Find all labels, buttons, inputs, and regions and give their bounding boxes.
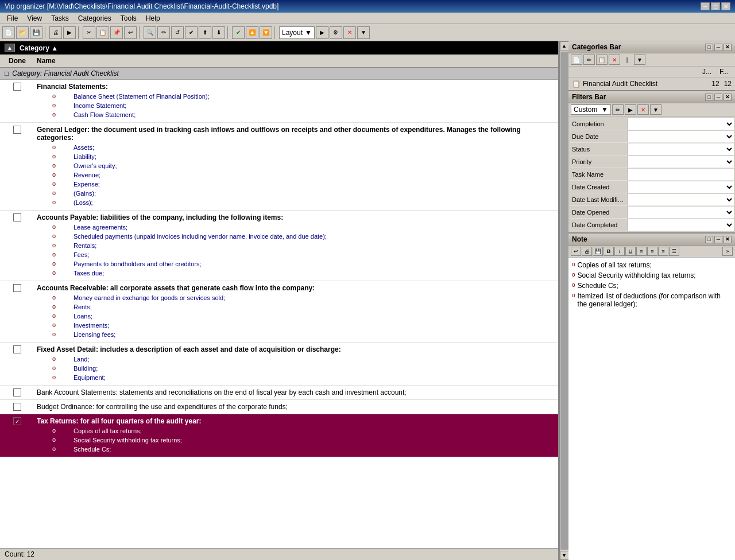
filter-priority-select[interactable] <box>628 156 734 168</box>
cat-more-btn[interactable]: ▼ <box>634 55 645 65</box>
done-cell[interactable] <box>0 344 34 353</box>
task-checkbox[interactable] <box>13 126 21 134</box>
filter-more-btn[interactable]: ▼ <box>650 104 662 115</box>
scroll-up[interactable]: ▲ <box>560 41 569 50</box>
filter-duedate-select[interactable] <box>628 131 734 142</box>
note-btn-save[interactable]: 💾 <box>593 247 603 256</box>
task-checkbox[interactable] <box>13 403 21 411</box>
layout-btn2[interactable]: ⚙ <box>330 26 342 39</box>
filter-dateopened-combo[interactable] <box>627 207 734 218</box>
btn3[interactable]: 🔍 <box>144 26 156 39</box>
menu-categories[interactable]: Categories <box>74 13 116 24</box>
cat-list-item[interactable]: 📋 Financial Audit Checklist 12 12 <box>570 79 734 89</box>
filter-datecreated-select[interactable] <box>628 181 734 193</box>
btn8[interactable]: ⬇ <box>212 26 225 39</box>
filter-completion-select[interactable] <box>628 118 734 130</box>
filter-status-combo[interactable] <box>627 143 734 155</box>
note-btn-undo[interactable]: ↩ <box>571 247 581 256</box>
note-close-button[interactable]: ✕ <box>724 236 732 243</box>
cat-edit-btn[interactable]: ✏ <box>583 55 595 65</box>
note-expand-btn[interactable]: » <box>722 247 733 256</box>
note-btn-list[interactable]: ☰ <box>669 247 679 256</box>
layout-btn4[interactable]: ▼ <box>357 26 370 39</box>
menu-file[interactable]: File <box>2 13 22 24</box>
task-checkbox[interactable] <box>13 417 21 425</box>
done-cell[interactable] <box>0 283 34 292</box>
print-button[interactable]: 🖨 <box>49 26 62 39</box>
filter-completion-combo[interactable] <box>627 118 734 130</box>
category-sort-icon[interactable]: ▲ <box>5 44 15 52</box>
menu-help[interactable]: Help <box>141 13 165 24</box>
arrow-up-button[interactable]: 🔼 <box>246 26 258 39</box>
note-btn-alignc[interactable]: ≡ <box>647 247 657 256</box>
filter-datelastmod-combo[interactable] <box>627 194 734 205</box>
note-btn-underline[interactable]: U <box>625 247 636 256</box>
note-minimize-button[interactable]: ─ <box>714 236 722 243</box>
scroll-thumb[interactable] <box>560 52 568 550</box>
filter-datecreated-combo[interactable] <box>627 181 734 193</box>
filter-dateopened-select[interactable] <box>628 207 734 218</box>
filter-duedate-combo[interactable] <box>627 131 734 142</box>
open-button[interactable]: 📂 <box>16 26 29 39</box>
done-cell[interactable] <box>0 125 34 134</box>
menu-tools[interactable]: Tools <box>116 13 141 24</box>
menu-view[interactable]: View <box>22 13 47 24</box>
filter-priority-combo[interactable] <box>627 156 734 168</box>
note-btn-print[interactable]: 🖨 <box>582 247 592 256</box>
cat-close-button[interactable]: ✕ <box>724 44 732 51</box>
minimize-button[interactable]: ─ <box>701 2 710 10</box>
note-restore-button[interactable]: □ <box>705 236 713 243</box>
note-btn-bold[interactable]: B <box>604 247 614 256</box>
filter-minimize-button[interactable]: ─ <box>714 94 722 101</box>
btn4[interactable]: ✏ <box>157 26 170 39</box>
done-cell[interactable] <box>0 81 34 91</box>
maximize-button[interactable]: □ <box>711 2 720 10</box>
filters-controls[interactable]: □ ─ ✕ <box>705 94 732 101</box>
filter-close-button[interactable]: ✕ <box>724 94 732 101</box>
task-checkbox[interactable] <box>13 345 21 353</box>
done-cell[interactable] <box>0 387 34 396</box>
categories-controls[interactable]: □ ─ ✕ <box>705 44 732 51</box>
task-checkbox[interactable] <box>13 83 21 91</box>
left-scrollbar[interactable]: ▲ ▼ <box>559 41 568 560</box>
undo-button[interactable]: ↩ <box>124 26 137 39</box>
cat-restore-button[interactable]: □ <box>705 44 713 51</box>
done-cell[interactable] <box>0 402 34 411</box>
btn5[interactable]: ↺ <box>171 26 184 39</box>
cat-new-btn[interactable]: 📄 <box>571 55 582 65</box>
task-checkbox[interactable] <box>13 388 21 396</box>
note-btn-alignr[interactable]: ≡ <box>658 247 668 256</box>
arrow-down-button[interactable]: 🔽 <box>260 26 272 39</box>
task-checkbox[interactable] <box>13 213 21 221</box>
btn6[interactable]: ✔ <box>185 26 198 39</box>
btn7[interactable]: ⬆ <box>199 26 211 39</box>
cat-minimize-button[interactable]: ─ <box>714 44 722 51</box>
cat-copy-btn[interactable]: 📋 <box>596 55 608 65</box>
menu-tasks[interactable]: Tasks <box>47 13 74 24</box>
save-button[interactable]: 💾 <box>30 26 42 39</box>
copy-button[interactable]: 📋 <box>96 26 109 39</box>
paste-button[interactable]: 📌 <box>110 26 123 39</box>
note-btn-italic[interactable]: I <box>614 247 625 256</box>
task-checkbox[interactable] <box>13 284 21 292</box>
filter-status-select[interactable] <box>628 143 734 155</box>
cat-delete-btn[interactable]: ✕ <box>609 55 620 65</box>
note-btn-alignl[interactable]: ≡ <box>636 247 647 256</box>
green-check-button[interactable]: ✔ <box>232 26 245 39</box>
layout-btn3[interactable]: ✕ <box>343 26 356 39</box>
filter-datecompleted-select[interactable] <box>628 219 734 231</box>
filter-taskname-input[interactable] <box>627 169 734 180</box>
filter-datecompleted-combo[interactable] <box>627 219 734 231</box>
filter-run-btn[interactable]: ▶ <box>625 104 636 115</box>
new-button[interactable]: 📄 <box>2 26 15 39</box>
title-bar-controls[interactable]: ─ □ ✕ <box>701 2 730 10</box>
btn2[interactable]: ▶ <box>63 26 76 39</box>
scroll-down[interactable]: ▼ <box>560 551 569 560</box>
filter-edit-btn[interactable]: ✏ <box>612 104 624 115</box>
filter-preset-dropdown[interactable]: Custom ▼ <box>571 104 611 115</box>
layout-btn1[interactable]: ▶ <box>316 26 328 39</box>
filter-restore-button[interactable]: □ <box>705 94 713 101</box>
close-button[interactable]: ✕ <box>721 2 730 10</box>
layout-dropdown[interactable]: Layout ▼ <box>279 26 315 39</box>
filter-datelastmod-select[interactable] <box>628 194 734 205</box>
